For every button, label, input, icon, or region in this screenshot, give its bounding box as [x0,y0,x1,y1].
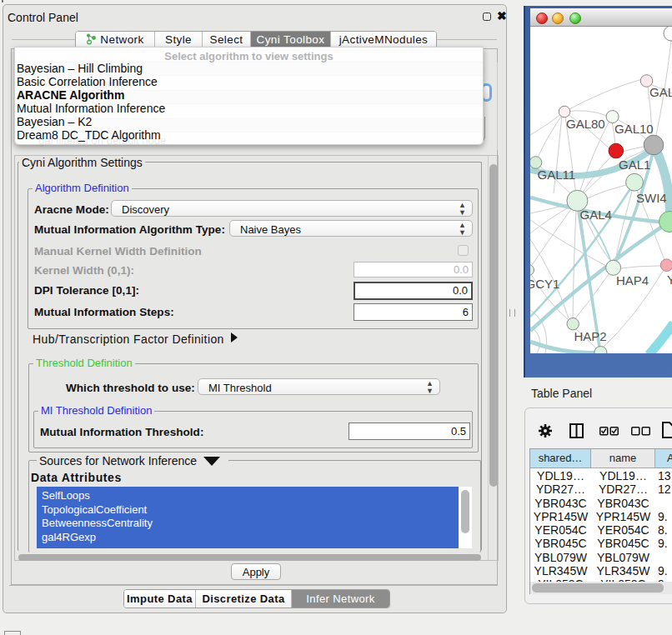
svg-text:GAL80: GAL80 [566,117,605,131]
svg-text:GAL2: GAL2 [649,85,672,99]
svg-text:GCY1: GCY1 [530,277,559,291]
svg-text:GAL4: GAL4 [580,208,612,222]
svg-text:GAL10: GAL10 [614,122,654,136]
svg-text:YP: YP [667,272,672,287]
svg-text:GAL1: GAL1 [619,158,650,172]
svg-text:GAL11: GAL11 [538,168,576,182]
svg-text:SWI4: SWI4 [636,191,667,205]
svg-text:HAP4: HAP4 [616,273,649,288]
svg-text:HAP2: HAP2 [574,329,607,343]
